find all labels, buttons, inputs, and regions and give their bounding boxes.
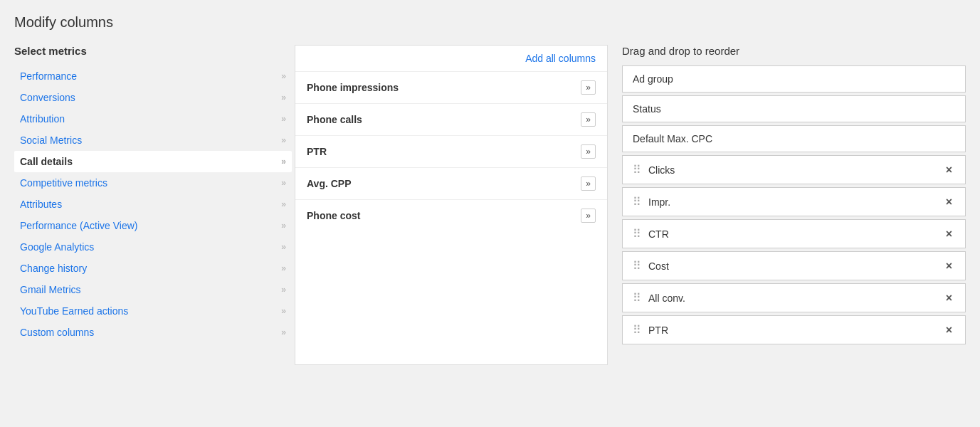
metric-label: Phone impressions (307, 82, 399, 93)
metric-label: Phone calls (307, 114, 362, 125)
metric-label: PTR (307, 146, 327, 157)
chevron-icon: » (281, 242, 286, 252)
chevron-icon: » (281, 157, 286, 167)
add-metric-button[interactable]: » (581, 209, 596, 223)
chevron-icon: » (281, 114, 286, 124)
chevron-icon: » (281, 327, 286, 337)
column-label: Cost (648, 260, 943, 272)
chevron-icon: » (281, 135, 286, 145)
sidebar-header: Select metrics (14, 45, 292, 57)
sidebar-item-gmail-metrics[interactable]: Gmail Metrics » (14, 279, 292, 300)
sidebar-item-performance-active-view[interactable]: Performance (Active View) » (14, 215, 292, 236)
sidebar-item-label: Performance (20, 70, 77, 82)
sidebar-item-call-details[interactable]: Call details » (14, 151, 292, 172)
fixed-column-status: Status (622, 95, 966, 122)
sidebar-item-attributes[interactable]: Attributes » (14, 194, 292, 215)
metric-row-phone-impressions: Phone impressions » (295, 72, 607, 104)
remove-column-button[interactable]: × (943, 260, 955, 273)
column-label: Clicks (648, 164, 943, 176)
sidebar: Select metrics Performance » Conversions… (14, 45, 292, 343)
chevron-icon: » (281, 178, 286, 188)
right-panel-header: Drag and drop to reorder (622, 45, 966, 57)
sidebar-item-label: Attribution (20, 113, 65, 125)
drag-handle-icon[interactable]: ⠿ (633, 163, 641, 176)
draggable-column-ptr: ⠿ PTR × (622, 315, 966, 344)
metrics-list: Phone impressions » Phone calls » PTR » … (295, 72, 607, 231)
draggable-column-clicks: ⠿ Clicks × (622, 155, 966, 184)
sidebar-item-label: Gmail Metrics (20, 284, 81, 295)
drag-handle-icon[interactable]: ⠿ (633, 227, 641, 241)
draggable-columns: ⠿ Clicks × ⠿ Impr. × ⠿ CTR × ⠿ Cost × ⠿ … (622, 155, 966, 344)
fixed-column-ad-group: Ad group (622, 65, 966, 93)
draggable-column-impr: ⠿ Impr. × (622, 187, 966, 216)
chevron-icon: » (281, 306, 286, 316)
remove-column-button[interactable]: × (943, 292, 955, 305)
remove-column-button[interactable]: × (943, 228, 955, 241)
sidebar-item-label: Competitive metrics (20, 177, 107, 189)
drag-handle-icon[interactable]: ⠿ (633, 259, 641, 273)
sidebar-item-label: Change history (20, 263, 87, 274)
sidebar-item-google-analytics[interactable]: Google Analytics » (14, 236, 292, 258)
metric-label: Phone cost (307, 210, 360, 221)
sidebar-item-conversions[interactable]: Conversions » (14, 87, 292, 108)
chevron-icon: » (281, 263, 286, 273)
draggable-column-ctr: ⠿ CTR × (622, 219, 966, 248)
sidebar-item-label: YouTube Earned actions (20, 305, 128, 317)
sidebar-item-youtube-earned-actions[interactable]: YouTube Earned actions » (14, 300, 292, 322)
sidebar-items: Performance » Conversions » Attribution … (14, 65, 292, 343)
metric-label: Avg. CPP (307, 178, 352, 189)
chevron-icon: » (281, 71, 286, 81)
sidebar-item-label: Social Metrics (20, 135, 82, 146)
sidebar-item-competitive-metrics[interactable]: Competitive metrics » (14, 172, 292, 194)
remove-column-button[interactable]: × (943, 324, 955, 337)
column-label: PTR (648, 325, 943, 336)
fixed-column-default-max-cpc: Default Max. CPC (622, 125, 966, 152)
metric-row-phone-calls: Phone calls » (295, 104, 607, 136)
add-metric-button[interactable]: » (581, 112, 596, 127)
sidebar-item-custom-columns[interactable]: Custom columns » (14, 322, 292, 343)
sidebar-item-social-metrics[interactable]: Social Metrics » (14, 130, 292, 151)
draggable-column-cost: ⠿ Cost × (622, 251, 966, 280)
column-label: CTR (648, 228, 943, 240)
chevron-icon: » (281, 199, 286, 209)
sidebar-item-label: Call details (20, 156, 73, 167)
metric-row-phone-cost: Phone cost » (295, 200, 607, 231)
add-all-row: Add all columns (295, 46, 607, 72)
sidebar-item-change-history[interactable]: Change history » (14, 258, 292, 279)
drag-handle-icon[interactable]: ⠿ (633, 195, 641, 209)
sidebar-item-attribution[interactable]: Attribution » (14, 108, 292, 130)
middle-panel: Add all columns Phone impressions » Phon… (295, 45, 608, 365)
sidebar-item-label: Performance (Active View) (20, 220, 137, 231)
fixed-columns: Ad groupStatusDefault Max. CPC (622, 65, 966, 152)
remove-column-button[interactable]: × (943, 164, 955, 176)
sidebar-item-label: Custom columns (20, 327, 94, 338)
add-metric-button[interactable]: » (581, 80, 596, 95)
chevron-icon: » (281, 221, 286, 231)
chevron-icon: » (281, 93, 286, 102)
sidebar-item-performance[interactable]: Performance » (14, 65, 292, 87)
remove-column-button[interactable]: × (943, 196, 955, 209)
drag-handle-icon[interactable]: ⠿ (633, 323, 641, 337)
column-label: All conv. (648, 292, 943, 304)
add-metric-button[interactable]: » (581, 144, 596, 159)
sidebar-item-label: Google Analytics (20, 241, 94, 253)
sidebar-item-label: Attributes (20, 199, 62, 210)
main-layout: Select metrics Performance » Conversions… (14, 45, 966, 365)
page-title: Modify columns (14, 14, 966, 31)
add-all-columns-link[interactable]: Add all columns (525, 53, 596, 64)
chevron-icon: » (281, 285, 286, 295)
column-label: Impr. (648, 196, 943, 208)
add-metric-button[interactable]: » (581, 176, 596, 191)
sidebar-item-label: Conversions (20, 92, 75, 103)
draggable-column-all-conv: ⠿ All conv. × (622, 283, 966, 312)
drag-handle-icon[interactable]: ⠿ (633, 291, 641, 305)
metric-row-ptr: PTR » (295, 136, 607, 168)
right-panel: Drag and drop to reorder Ad groupStatusD… (622, 45, 966, 347)
metric-row-avg-cpp: Avg. CPP » (295, 168, 607, 200)
